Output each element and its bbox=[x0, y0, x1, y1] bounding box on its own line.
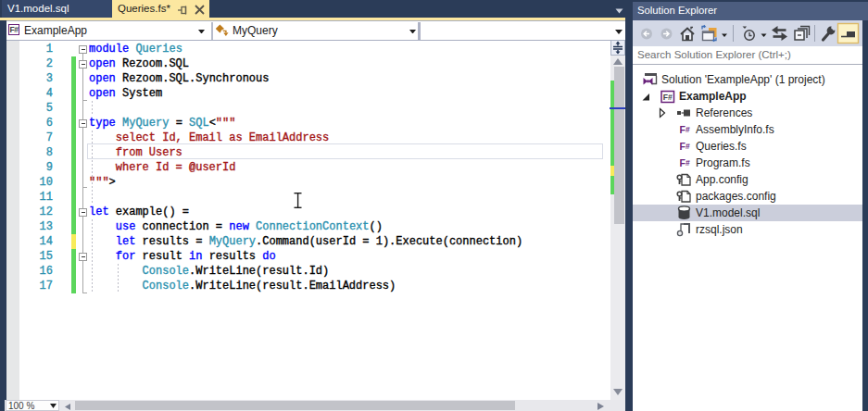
svg-text:#: # bbox=[686, 125, 690, 134]
svg-text:F#: F# bbox=[663, 93, 673, 102]
svg-text:#: # bbox=[686, 142, 690, 151]
svg-text:#: # bbox=[686, 158, 690, 168]
